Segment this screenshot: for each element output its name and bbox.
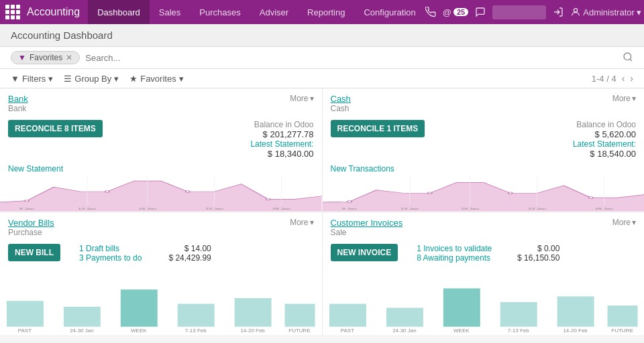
new-invoice-btn[interactable]: NEW INVOICE [331, 244, 398, 261]
svg-text:PAST: PAST [340, 328, 354, 333]
svg-point-20 [508, 192, 512, 194]
cash-title-section: Cash Cash [331, 94, 351, 113]
new-bill-btn[interactable]: NEW BILL [8, 244, 60, 261]
vendor-card-body: NEW BILL 1 Draft bills $ 14.00 3 Payment… [0, 240, 322, 267]
svg-rect-47 [557, 296, 594, 326]
svg-text:23 Jan: 23 Jan [528, 208, 546, 210]
nav-configuration[interactable]: Configuration [354, 0, 425, 24]
search-input[interactable] [85, 53, 617, 63]
cash-more-label: More [612, 94, 631, 103]
draft-bills-link[interactable]: 1 Draft bills [79, 244, 119, 253]
phone-icon-btn[interactable] [425, 7, 436, 17]
user-profile-btn[interactable]: Administrator ▾ [570, 7, 641, 17]
nav-reporting[interactable]: Reporting [298, 0, 354, 24]
vendor-more-btn[interactable]: More ▾ [290, 218, 313, 227]
svg-text:7-13 Feb: 7-13 Feb [185, 328, 207, 333]
svg-point-0 [574, 9, 578, 12]
apps-icon[interactable] [5, 5, 20, 19]
dashboard-grid: Bank Bank More ▾ RECONCILE 8 ITEMS Balan… [0, 88, 644, 335]
svg-rect-35 [235, 297, 272, 326]
prev-page-btn[interactable]: ‹ [622, 73, 625, 84]
vendor-link1-row: 1 Draft bills $ 14.00 [79, 244, 211, 253]
svg-rect-44 [386, 307, 423, 326]
vendor-more-arrow: ▾ [310, 218, 314, 227]
cash-more-btn[interactable]: More ▾ [612, 94, 636, 103]
customer-title[interactable]: Customer Invoices [331, 218, 403, 228]
group-by-label: Group By [74, 74, 111, 84]
filters-btn[interactable]: ▼ Filters ▾ [11, 74, 53, 84]
draft-bills-amount: $ 14.00 [184, 244, 211, 253]
filter-pill-label: Favorites [30, 53, 62, 62]
invoices-to-validate-link[interactable]: 1 Invoices to validate [417, 244, 492, 253]
cash-title[interactable]: Cash [331, 94, 351, 104]
nav-right: @ 25 Administrator ▾ [425, 5, 641, 19]
group-by-btn[interactable]: ☰ Group By ▾ [64, 74, 119, 84]
customer-card-header: Customer Invoices Sale More ▾ [323, 212, 645, 240]
favorites-filter-pill[interactable]: ▼ Favorites ✕ [11, 51, 80, 64]
cash-card: Cash Cash More ▾ RECONCILE 1 ITEMS Balan… [323, 88, 645, 212]
bank-more-label: More [290, 94, 308, 103]
bank-title[interactable]: Bank [8, 94, 28, 104]
svg-point-19 [427, 192, 431, 194]
invoices-to-validate-amount: $ 0.00 [537, 244, 559, 253]
svg-point-6 [266, 198, 270, 200]
nav-adviser[interactable]: Adviser [250, 0, 298, 24]
vendor-title[interactable]: Vendor Bills [8, 218, 54, 228]
awaiting-payments-link[interactable]: 8 Awaiting payments [417, 253, 490, 263]
svg-text:18 Jan: 18 Jan [138, 208, 156, 210]
cash-more-arrow: ▾ [632, 94, 636, 103]
bank-more-btn[interactable]: More ▾ [290, 94, 313, 103]
customer-link2-row: 8 Awaiting payments $ 16,150.50 [417, 253, 559, 263]
bank-chart: 8 Jan 13 Jan 18 Jan 23 Jan 28 Jan [0, 175, 322, 212]
svg-point-1 [624, 53, 631, 60]
bank-title-section: Bank Bank [8, 94, 28, 113]
vendor-subtitle: Purchase [8, 228, 54, 237]
notification-badge: 25 [453, 8, 468, 16]
bank-statement-label: Latest Statement: [250, 139, 313, 149]
svg-text:28 Jan: 28 Jan [272, 208, 290, 210]
cash-reconcile-btn[interactable]: RECONCILE 1 ITEMS [331, 120, 425, 137]
favorites-btn[interactable]: ★ Favorites ▾ [129, 74, 183, 84]
svg-point-4 [105, 191, 109, 193]
nav-menu: Dashboard Sales Purchases Adviser Report… [88, 0, 425, 24]
payments-to-do-link[interactable]: 3 Payments to do [79, 253, 142, 263]
bank-reconcile-btn[interactable]: RECONCILE 8 ITEMS [8, 120, 103, 137]
svg-text:23 Jan: 23 Jan [205, 208, 223, 210]
cash-new-transactions-link[interactable]: New Transactions [323, 163, 645, 175]
nav-sales[interactable]: Sales [150, 0, 191, 24]
svg-rect-46 [500, 301, 537, 326]
svg-point-21 [588, 197, 592, 199]
cash-statement-label: Latest Statement: [573, 139, 636, 149]
nav-dashboard[interactable]: Dashboard [88, 0, 150, 24]
chat-icon-btn[interactable] [475, 7, 486, 17]
filter-pill-close[interactable]: ✕ [66, 53, 72, 62]
customer-more-arrow: ▾ [632, 218, 636, 227]
customer-more-btn[interactable]: More ▾ [612, 218, 636, 227]
at-symbol: @ [443, 7, 451, 17]
bank-new-statement-link[interactable]: New Statement [0, 163, 322, 175]
vendor-bills-card: Vendor Bills Purchase More ▾ NEW BILL 1 … [0, 212, 322, 336]
customer-subtitle: Sale [331, 228, 403, 237]
nav-purchases[interactable]: Purchases [190, 0, 250, 24]
svg-text:28 Jan: 28 Jan [595, 208, 613, 210]
svg-text:13 Jan: 13 Jan [78, 208, 96, 210]
login-icon-btn[interactable] [553, 7, 564, 17]
search-bar-row: ▼ Favorites ✕ [0, 47, 644, 69]
cash-card-body: RECONCILE 1 ITEMS Balance in Odoo $ 5,62… [323, 116, 645, 163]
bank-card-body: RECONCILE 8 ITEMS Balance in Odoo $ 201,… [0, 116, 322, 163]
page-title: Accounting Dashboard [11, 29, 113, 41]
svg-point-18 [347, 201, 351, 203]
filters-label: Filters [22, 74, 46, 84]
customer-chart: PAST 24-30 Jan WEEK 7-13 Feb 14-20 Feb F… [323, 267, 645, 336]
svg-marker-2 [0, 181, 322, 211]
bank-balance-amount: $ 201,277.78 [250, 129, 313, 139]
vendor-link2-row: 3 Payments to do $ 24,429.99 [79, 253, 211, 263]
svg-rect-31 [7, 301, 44, 326]
next-page-btn[interactable]: › [630, 73, 633, 84]
search-icon-btn[interactable] [623, 52, 633, 64]
payments-to-do-amount: $ 24,429.99 [168, 253, 211, 263]
at-icon-btn[interactable]: @ 25 [443, 7, 468, 17]
vendor-card-header: Vendor Bills Purchase More ▾ [0, 212, 322, 240]
top-search-input[interactable] [492, 5, 546, 19]
svg-rect-36 [285, 303, 315, 326]
